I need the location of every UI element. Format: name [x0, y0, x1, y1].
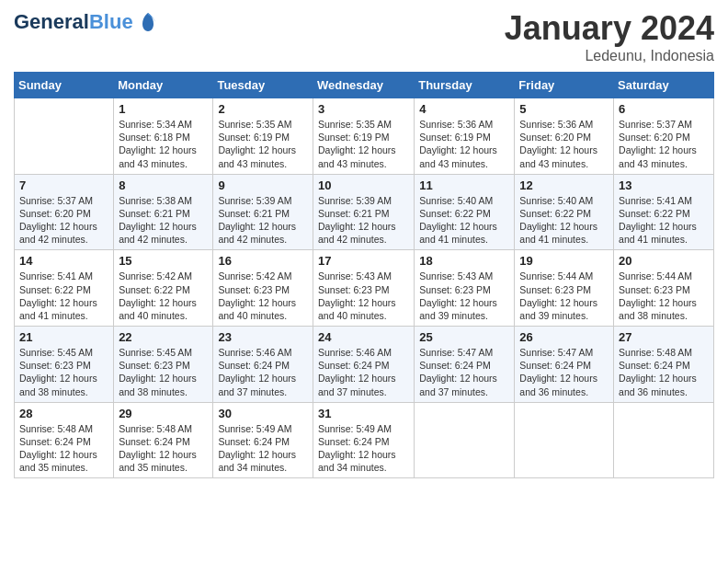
calendar-cell: 4Sunrise: 5:36 AMSunset: 6:19 PMDaylight… — [415, 98, 515, 175]
month-title: January 2024 — [505, 9, 714, 48]
title-block: January 2024 Ledeunu, Indonesia — [505, 9, 714, 64]
logo-icon — [135, 9, 161, 35]
header-row: SundayMondayTuesdayWednesdayThursdayFrid… — [15, 73, 714, 98]
calendar-week-row: 1Sunrise: 5:34 AMSunset: 6:18 PMDaylight… — [15, 98, 714, 175]
calendar-cell: 23Sunrise: 5:46 AMSunset: 6:24 PMDayligh… — [213, 327, 313, 403]
calendar-cell: 15Sunrise: 5:42 AMSunset: 6:22 PMDayligh… — [114, 250, 213, 327]
calendar-cell: 21Sunrise: 5:45 AMSunset: 6:23 PMDayligh… — [15, 327, 114, 403]
day-info: Sunrise: 5:35 AMSunset: 6:19 PMDaylight:… — [218, 118, 308, 170]
calendar-cell — [614, 402, 714, 478]
calendar-cell: 20Sunrise: 5:44 AMSunset: 6:23 PMDayligh… — [614, 250, 714, 327]
day-number: 21 — [19, 330, 108, 344]
calendar-cell: 13Sunrise: 5:41 AMSunset: 6:22 PMDayligh… — [614, 174, 714, 250]
day-number: 19 — [519, 254, 609, 268]
calendar-cell: 12Sunrise: 5:40 AMSunset: 6:22 PMDayligh… — [515, 174, 614, 250]
calendar-cell: 5Sunrise: 5:36 AMSunset: 6:20 PMDaylight… — [515, 98, 614, 175]
calendar-cell: 29Sunrise: 5:48 AMSunset: 6:24 PMDayligh… — [114, 402, 213, 478]
calendar-cell — [515, 402, 614, 478]
day-info: Sunrise: 5:44 AMSunset: 6:23 PMDaylight:… — [619, 270, 709, 322]
day-info: Sunrise: 5:48 AMSunset: 6:24 PMDaylight:… — [619, 346, 709, 398]
day-info: Sunrise: 5:47 AMSunset: 6:24 PMDaylight:… — [419, 346, 509, 398]
day-number: 26 — [519, 330, 609, 344]
calendar-cell: 2Sunrise: 5:35 AMSunset: 6:19 PMDaylight… — [213, 98, 313, 175]
day-number: 23 — [218, 330, 308, 344]
day-info: Sunrise: 5:48 AMSunset: 6:24 PMDaylight:… — [119, 422, 208, 475]
day-number: 30 — [218, 407, 308, 420]
day-info: Sunrise: 5:42 AMSunset: 6:22 PMDaylight:… — [119, 270, 208, 322]
calendar-cell: 1Sunrise: 5:34 AMSunset: 6:18 PMDaylight… — [114, 98, 213, 175]
day-number: 15 — [119, 254, 208, 268]
calendar-cell: 27Sunrise: 5:48 AMSunset: 6:24 PMDayligh… — [614, 327, 714, 403]
calendar-cell — [15, 98, 114, 175]
day-info: Sunrise: 5:49 AMSunset: 6:24 PMDaylight:… — [318, 422, 409, 475]
calendar-body: 1Sunrise: 5:34 AMSunset: 6:18 PMDaylight… — [15, 98, 714, 478]
calendar-week-row: 21Sunrise: 5:45 AMSunset: 6:23 PMDayligh… — [15, 327, 714, 403]
day-info: Sunrise: 5:38 AMSunset: 6:21 PMDaylight:… — [119, 194, 208, 247]
day-number: 18 — [419, 254, 509, 268]
day-number: 20 — [619, 254, 709, 268]
calendar-table: SundayMondayTuesdayWednesdayThursdayFrid… — [14, 72, 714, 478]
calendar-header: SundayMondayTuesdayWednesdayThursdayFrid… — [15, 73, 714, 98]
calendar-cell: 24Sunrise: 5:46 AMSunset: 6:24 PMDayligh… — [313, 327, 414, 403]
calendar-cell: 22Sunrise: 5:45 AMSunset: 6:23 PMDayligh… — [114, 327, 213, 403]
calendar-week-row: 28Sunrise: 5:48 AMSunset: 6:24 PMDayligh… — [15, 402, 714, 478]
header-cell-tuesday: Tuesday — [213, 73, 313, 98]
day-number: 11 — [419, 178, 509, 192]
day-info: Sunrise: 5:41 AMSunset: 6:22 PMDaylight:… — [19, 270, 108, 322]
day-number: 1 — [119, 102, 208, 116]
day-info: Sunrise: 5:46 AMSunset: 6:24 PMDaylight:… — [318, 346, 409, 398]
header-cell-thursday: Thursday — [415, 73, 515, 98]
day-number: 7 — [19, 178, 108, 192]
day-info: Sunrise: 5:45 AMSunset: 6:23 PMDaylight:… — [119, 346, 208, 398]
day-number: 10 — [318, 178, 409, 192]
calendar-cell: 3Sunrise: 5:35 AMSunset: 6:19 PMDaylight… — [313, 98, 414, 175]
day-number: 2 — [218, 102, 308, 116]
day-number: 17 — [318, 254, 409, 268]
header-cell-saturday: Saturday — [614, 73, 714, 98]
day-info: Sunrise: 5:35 AMSunset: 6:19 PMDaylight:… — [318, 118, 409, 170]
day-info: Sunrise: 5:46 AMSunset: 6:24 PMDaylight:… — [218, 346, 308, 398]
day-number: 6 — [619, 102, 709, 116]
calendar-cell: 18Sunrise: 5:43 AMSunset: 6:23 PMDayligh… — [415, 250, 515, 327]
day-info: Sunrise: 5:41 AMSunset: 6:22 PMDaylight:… — [619, 194, 709, 247]
day-info: Sunrise: 5:43 AMSunset: 6:23 PMDaylight:… — [419, 270, 509, 322]
day-info: Sunrise: 5:49 AMSunset: 6:24 PMDaylight:… — [218, 422, 308, 475]
header-cell-monday: Monday — [114, 73, 213, 98]
day-info: Sunrise: 5:43 AMSunset: 6:23 PMDaylight:… — [318, 270, 409, 322]
day-info: Sunrise: 5:39 AMSunset: 6:21 PMDaylight:… — [218, 194, 308, 247]
header-cell-wednesday: Wednesday — [313, 73, 414, 98]
day-number: 12 — [519, 178, 609, 192]
calendar-cell: 9Sunrise: 5:39 AMSunset: 6:21 PMDaylight… — [213, 174, 313, 250]
calendar-cell: 11Sunrise: 5:40 AMSunset: 6:22 PMDayligh… — [415, 174, 515, 250]
day-number: 24 — [318, 330, 409, 344]
calendar-cell: 10Sunrise: 5:39 AMSunset: 6:21 PMDayligh… — [313, 174, 414, 250]
calendar-cell: 28Sunrise: 5:48 AMSunset: 6:24 PMDayligh… — [15, 402, 114, 478]
day-number: 9 — [218, 178, 308, 192]
calendar-cell: 14Sunrise: 5:41 AMSunset: 6:22 PMDayligh… — [15, 250, 114, 327]
calendar-cell: 6Sunrise: 5:37 AMSunset: 6:20 PMDaylight… — [614, 98, 714, 175]
calendar-cell — [415, 402, 515, 478]
calendar-cell: 17Sunrise: 5:43 AMSunset: 6:23 PMDayligh… — [313, 250, 414, 327]
day-info: Sunrise: 5:36 AMSunset: 6:19 PMDaylight:… — [419, 118, 509, 170]
day-number: 31 — [318, 407, 409, 420]
page-header: GeneralBlue January 2024 Ledeunu, Indone… — [14, 9, 714, 64]
calendar-cell: 31Sunrise: 5:49 AMSunset: 6:24 PMDayligh… — [313, 402, 414, 478]
day-info: Sunrise: 5:39 AMSunset: 6:21 PMDaylight:… — [318, 194, 409, 247]
logo-text: GeneralBlue — [14, 11, 133, 33]
day-number: 13 — [619, 178, 709, 192]
calendar-cell: 8Sunrise: 5:38 AMSunset: 6:21 PMDaylight… — [114, 174, 213, 250]
day-number: 27 — [619, 330, 709, 344]
day-number: 14 — [19, 254, 108, 268]
day-info: Sunrise: 5:40 AMSunset: 6:22 PMDaylight:… — [419, 194, 509, 247]
day-info: Sunrise: 5:34 AMSunset: 6:18 PMDaylight:… — [119, 118, 208, 170]
day-number: 29 — [119, 407, 208, 420]
day-info: Sunrise: 5:37 AMSunset: 6:20 PMDaylight:… — [19, 194, 108, 247]
day-number: 25 — [419, 330, 509, 344]
day-info: Sunrise: 5:37 AMSunset: 6:20 PMDaylight:… — [619, 118, 709, 170]
day-info: Sunrise: 5:47 AMSunset: 6:24 PMDaylight:… — [519, 346, 609, 398]
day-number: 4 — [419, 102, 509, 116]
day-number: 16 — [218, 254, 308, 268]
calendar-week-row: 14Sunrise: 5:41 AMSunset: 6:22 PMDayligh… — [15, 250, 714, 327]
header-cell-friday: Friday — [515, 73, 614, 98]
day-info: Sunrise: 5:48 AMSunset: 6:24 PMDaylight:… — [19, 422, 108, 475]
